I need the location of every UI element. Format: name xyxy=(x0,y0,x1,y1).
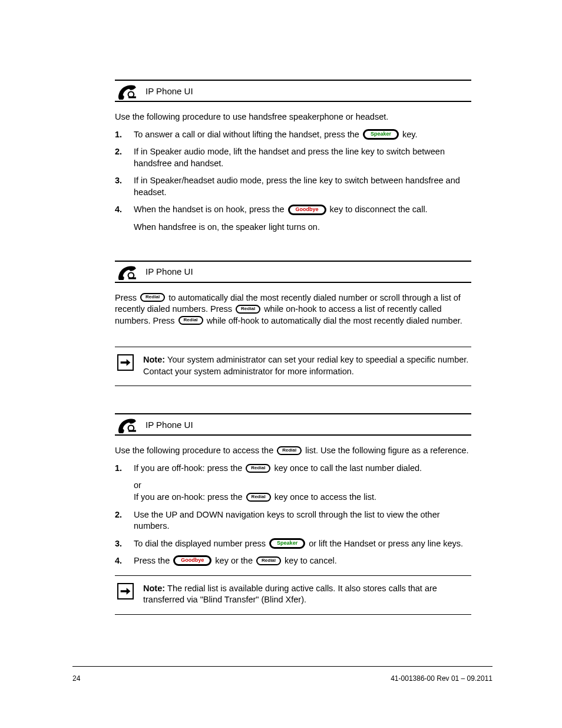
redial-button: Redial xyxy=(236,305,260,314)
phone-icon xyxy=(117,416,137,433)
note-block-1: Note: Your system administrator can set … xyxy=(115,347,471,386)
svg-rect-8 xyxy=(128,430,136,432)
arrow-right-icon xyxy=(117,583,134,599)
note-block-2: Note: The redial list is available durin… xyxy=(115,576,471,614)
arrow-right-icon xyxy=(117,354,134,371)
goodbye-button: Goodbye xyxy=(173,555,211,566)
section-title-1: IP Phone UI xyxy=(146,86,193,96)
sec3-step-1: 1. If you are off-hook: press the Redial… xyxy=(115,463,471,475)
redial-button: Redial xyxy=(246,464,270,473)
svg-point-1 xyxy=(129,93,133,97)
doc-id: 41-001386-00 Rev 01 – 09.2011 xyxy=(391,674,492,683)
sec3-intro: Use the following procedure to access th… xyxy=(115,445,471,457)
sec1-step-1: 1. To answer a call or dial without lift… xyxy=(115,129,471,141)
goodbye-button: Goodbye xyxy=(288,205,326,215)
speaker-button: Speaker xyxy=(363,129,399,140)
section-title-2: IP Phone UI xyxy=(146,266,193,276)
svg-rect-5 xyxy=(128,277,136,279)
phone-icon xyxy=(117,82,137,100)
sec1-intro: Use the following procedure to use hands… xyxy=(115,111,471,123)
svg-point-4 xyxy=(129,273,133,277)
sec1-step-4: 4. When the handset is on hook, press th… xyxy=(115,204,471,216)
svg-point-7 xyxy=(129,426,133,430)
sec1-step-5: When handsfree is on, the speaker light … xyxy=(115,222,471,233)
redial-button: Redial xyxy=(277,446,302,455)
sec3-step-3: 3. To dial the displayed number press Sp… xyxy=(115,538,471,550)
svg-rect-2 xyxy=(128,96,136,98)
phone-icon xyxy=(117,263,137,281)
sec3-step-2: 2. Use the UP and DOWN navigation keys t… xyxy=(115,509,471,532)
redial-button: Redial xyxy=(140,293,165,302)
redial-button: Redial xyxy=(246,493,271,502)
sec1-step-3: 3. If in Speaker/headset audio mode, pre… xyxy=(115,175,471,198)
redial-button: Redial xyxy=(256,556,281,565)
footer-rule xyxy=(72,666,492,667)
sec3-step-4: 4. Press the Goodbye key or the Redial k… xyxy=(115,555,471,567)
sec3-step-1b: or If you are on-hook: press the Redial … xyxy=(115,480,471,503)
page-number: 24 xyxy=(72,674,80,683)
sec2-intro: Press Redial to automatically dial the m… xyxy=(115,292,471,327)
sec1-step-2: 2. If in Speaker audio mode, lift the ha… xyxy=(115,146,471,169)
speaker-button: Speaker xyxy=(269,538,305,549)
section-title-3: IP Phone UI xyxy=(146,420,193,430)
redial-button: Redial xyxy=(178,316,203,325)
